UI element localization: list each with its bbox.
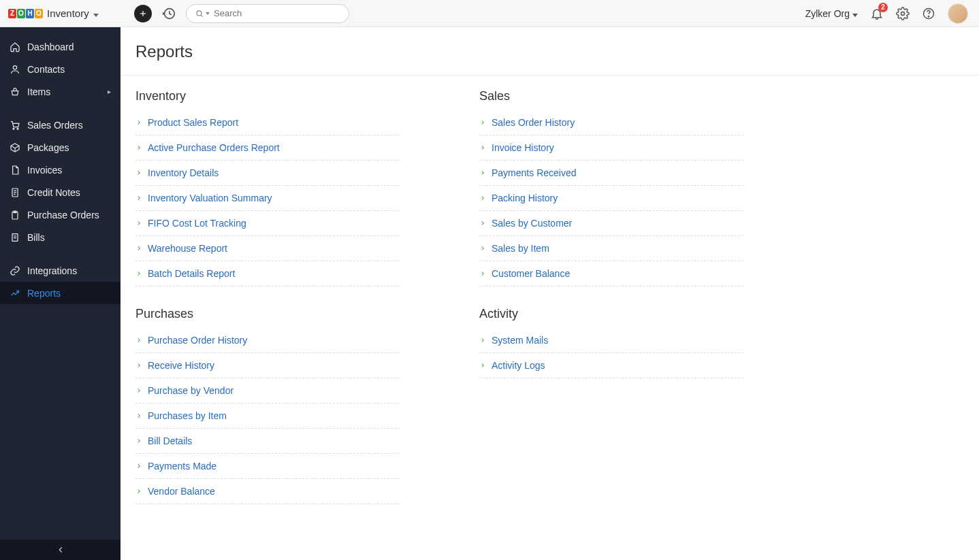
- sidebar-item-invoices[interactable]: Invoices: [0, 159, 121, 181]
- report-link-item[interactable]: Sales by Customer: [479, 211, 743, 236]
- report-link-label: Activity Logs: [492, 360, 545, 371]
- report-link-item[interactable]: Inventory Valuation Summary: [135, 186, 400, 211]
- report-link-item[interactable]: Vendor Balance: [135, 479, 400, 504]
- report-link-item[interactable]: Bill Details: [135, 429, 400, 454]
- chevron-right-icon: [479, 220, 486, 227]
- history-icon[interactable]: [161, 6, 176, 21]
- report-section-activity: ActivitySystem MailsActivity Logs: [479, 307, 823, 504]
- sidebar-item-purchase-orders[interactable]: Purchase Orders: [0, 203, 121, 226]
- chevron-right-icon: [479, 144, 486, 151]
- report-link-label: Sales by Item: [492, 243, 549, 254]
- chevron-right-icon: [135, 144, 142, 151]
- home-icon: [10, 42, 20, 52]
- report-link-item[interactable]: Product Sales Report: [135, 114, 400, 135]
- report-link-item[interactable]: Batch Details Report: [135, 261, 400, 286]
- report-link-label: Packing History: [492, 193, 558, 203]
- chevron-right-icon: [479, 245, 486, 252]
- sidebar-item-bills[interactable]: Bills: [0, 226, 121, 248]
- report-link-item[interactable]: Activity Logs: [479, 353, 743, 378]
- search-scope-toggle[interactable]: [195, 9, 210, 18]
- sidebar-item-integrations[interactable]: Integrations: [0, 259, 121, 282]
- report-link-label: FIFO Cost Lot Tracking: [148, 218, 246, 229]
- notification-badge: 2: [878, 3, 888, 12]
- sidebar-item-reports[interactable]: Reports: [0, 282, 121, 304]
- sidebar-item-dashboard[interactable]: Dashboard: [0, 35, 121, 58]
- report-link-item[interactable]: Packing History: [479, 186, 743, 211]
- chevron-right-icon: [135, 337, 142, 344]
- chevron-down-icon: [852, 8, 858, 19]
- settings-button[interactable]: [896, 7, 910, 20]
- notifications-button[interactable]: 2: [870, 7, 884, 20]
- avatar[interactable]: [948, 3, 968, 24]
- report-link-label: Purchase Order History: [148, 335, 247, 346]
- sidebar-item-credit-notes[interactable]: Credit Notes: [0, 181, 121, 203]
- chevron-right-icon: [479, 270, 486, 277]
- sidebar-item-packages[interactable]: Packages: [0, 136, 121, 159]
- topbar: Z O H O Inventory Zylker Org 2: [0, 0, 979, 27]
- basket-icon: [10, 86, 20, 97]
- chevron-right-icon: [479, 119, 486, 126]
- brand-switcher[interactable]: Z O H O Inventory: [0, 0, 121, 27]
- report-link-item[interactable]: Warehouse Report: [135, 236, 400, 261]
- report-link-label: Batch Details Report: [148, 268, 235, 279]
- org-switcher[interactable]: Zylker Org: [805, 8, 858, 19]
- report-link-item[interactable]: Purchase Order History: [135, 332, 400, 353]
- svg-rect-17: [12, 233, 18, 241]
- report-link-item[interactable]: Active Purchase Orders Report: [135, 135, 400, 161]
- report-link-item[interactable]: Sales Order History: [479, 114, 743, 135]
- report-link-label: Inventory Details: [148, 167, 219, 178]
- svg-point-10: [17, 128, 18, 129]
- report-link-item[interactable]: Customer Balance: [479, 261, 743, 286]
- sidebar-item-label: Sales Orders: [27, 120, 83, 131]
- svg-point-7: [928, 16, 929, 16]
- report-link-item[interactable]: FIFO Cost Lot Tracking: [135, 211, 400, 236]
- chevron-right-icon: [479, 362, 486, 369]
- box-icon: [10, 142, 20, 153]
- chevron-right-icon: [135, 362, 142, 369]
- chevron-right-icon: [135, 270, 142, 277]
- svg-point-5: [901, 12, 905, 15]
- chevron-right-icon: ▸: [108, 88, 111, 95]
- report-link-item[interactable]: System Mails: [479, 332, 743, 353]
- report-link-label: Active Purchase Orders Report: [148, 142, 280, 153]
- report-link-label: Invoice History: [492, 142, 554, 153]
- report-link-item[interactable]: Sales by Item: [479, 236, 743, 261]
- doc-icon: [10, 232, 20, 243]
- report-section-sales: SalesSales Order HistoryInvoice HistoryP…: [479, 89, 823, 286]
- receipt-icon: [10, 187, 20, 198]
- sidebar-item-contacts[interactable]: Contacts: [0, 58, 121, 80]
- report-link-item[interactable]: Purchases by Item: [135, 403, 400, 429]
- report-link-label: Sales by Customer: [492, 218, 572, 229]
- chevron-right-icon: [135, 245, 142, 252]
- chevron-right-icon: [135, 387, 142, 394]
- page-title: Reports: [135, 42, 964, 61]
- sidebar-item-label: Reports: [27, 288, 61, 299]
- help-button[interactable]: [922, 7, 935, 20]
- quick-create-button[interactable]: [134, 5, 152, 22]
- report-link-item[interactable]: Invoice History: [479, 135, 743, 161]
- report-link-item[interactable]: Inventory Details: [135, 161, 400, 186]
- sidebar-item-items[interactable]: Items▸: [0, 80, 121, 103]
- chart-icon: [10, 288, 20, 299]
- report-link-label: Receive History: [148, 360, 214, 371]
- section-title: Purchases: [135, 307, 479, 321]
- report-link-item[interactable]: Payments Made: [135, 454, 400, 479]
- report-link-item[interactable]: Receive History: [135, 353, 400, 378]
- sidebar-item-sales-orders[interactable]: Sales Orders: [0, 114, 121, 136]
- sidebar-item-label: Packages: [27, 142, 69, 153]
- report-link-label: Customer Balance: [492, 268, 570, 279]
- search-box[interactable]: [186, 4, 349, 23]
- chevron-right-icon: [135, 220, 142, 227]
- cart-icon: [10, 120, 20, 131]
- link-icon: [10, 265, 20, 276]
- search-input[interactable]: [214, 8, 340, 18]
- sidebar-item-label: Integrations: [27, 265, 77, 276]
- sidebar: DashboardContactsItems▸Sales OrdersPacka…: [0, 27, 121, 560]
- report-link-label: Purchases by Item: [148, 410, 227, 421]
- report-link-item[interactable]: Payments Received: [479, 161, 743, 186]
- sidebar-collapse-button[interactable]: [0, 540, 121, 560]
- zoho-logo: Z O H O: [8, 9, 43, 18]
- sidebar-item-label: Dashboard: [27, 42, 74, 52]
- org-name-label: Zylker Org: [805, 8, 850, 19]
- report-link-item[interactable]: Purchase by Vendor: [135, 378, 400, 403]
